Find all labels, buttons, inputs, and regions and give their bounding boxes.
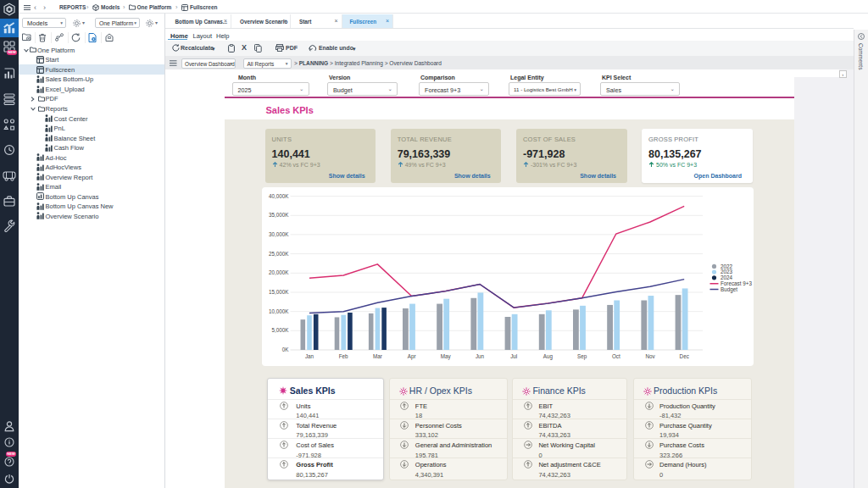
svg-text:20,000K: 20,000K [269,269,289,275]
svg-text:40,000K: 40,000K [269,193,289,199]
svg-text:Feb: Feb [338,353,348,359]
svg-text:Jul: Jul [510,353,517,359]
svg-text:Mar: Mar [372,353,381,359]
svg-text:Budget: Budget [721,286,737,293]
svg-text:Aug: Aug [542,353,553,360]
svg-text:25,000K: 25,000K [269,251,289,257]
svg-text:Apr: Apr [407,353,415,360]
svg-text:10,000K: 10,000K [269,308,289,314]
svg-text:Nov: Nov [645,353,655,359]
svg-text:15,000K: 15,000K [269,289,289,295]
svg-text:Sep: Sep [576,353,587,360]
svg-text:Jan: Jan [304,353,314,359]
svg-text:5,000K: 5,000K [271,327,289,333]
svg-text:30,000K: 30,000K [269,231,289,237]
svg-text:0K: 0K [281,347,289,352]
svg-text:Dec: Dec [679,353,688,359]
svg-text:35,000K: 35,000K [269,212,289,218]
svg-text:Oct: Oct [611,353,620,359]
svg-text:May: May [440,353,451,360]
svg-text:Jun: Jun [475,353,484,359]
